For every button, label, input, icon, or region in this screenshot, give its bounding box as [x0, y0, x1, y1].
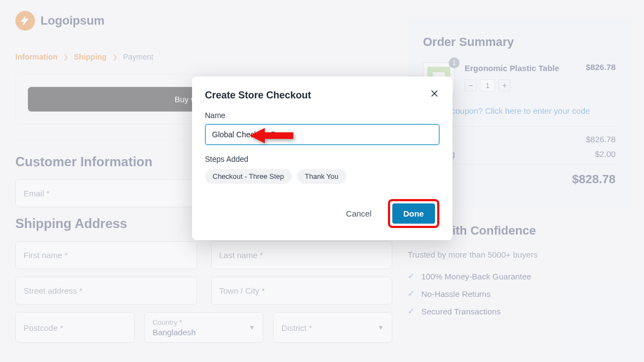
done-highlight: Done	[388, 199, 439, 228]
done-button[interactable]: Done	[392, 203, 435, 224]
name-input[interactable]	[205, 124, 439, 145]
create-checkout-modal: Create Store Checkout Name Steps Added C…	[192, 77, 452, 240]
close-icon[interactable]	[428, 87, 440, 100]
modal-overlay[interactable]: Create Store Checkout Name Steps Added C…	[0, 0, 644, 362]
name-label: Name	[205, 111, 439, 120]
cancel-button[interactable]: Cancel	[346, 209, 372, 218]
modal-title: Create Store Checkout	[205, 90, 439, 101]
steps-label: Steps Added	[205, 155, 439, 164]
step-chip-thankyou[interactable]: Thank You	[297, 169, 346, 184]
step-chip-checkout[interactable]: Checkout - Three Step	[205, 169, 292, 184]
